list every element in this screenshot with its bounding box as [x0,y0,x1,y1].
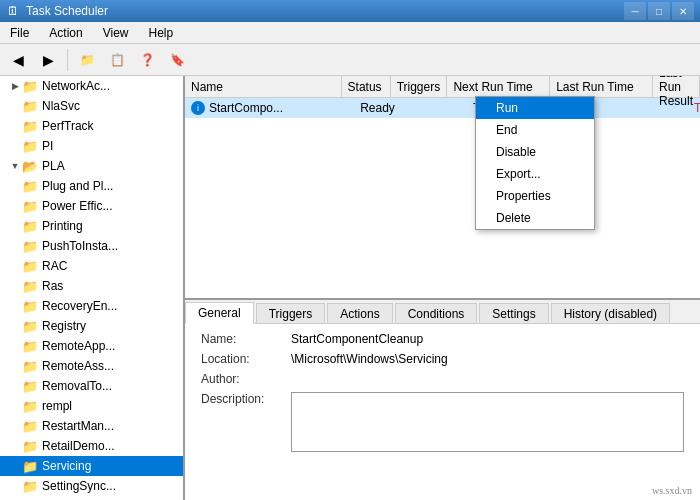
tree-item-printing[interactable]: 📁 Printing [0,216,183,236]
tree-label: Plug and Pl... [42,179,113,193]
expand-icon [8,419,22,433]
watermark: ws.sxd.vn [652,485,692,496]
toolbar-back[interactable]: ◀ [4,47,32,73]
task-row[interactable]: i StartCompo... Ready 7/2021 12:37:25 PM… [185,98,700,118]
folder-icon: 📁 [22,199,38,214]
menu-file[interactable]: File [0,24,39,42]
col-header-nextrun[interactable]: Next Run Time [447,76,550,97]
menu-help[interactable]: Help [139,24,184,42]
tab-general[interactable]: General [185,302,254,324]
tree-item-retaildemo[interactable]: 📁 RetailDemo... [0,436,183,456]
tree-item-power[interactable]: 📁 Power Effic... [0,196,183,216]
tree-item-plug[interactable]: 📁 Plug and Pl... [0,176,183,196]
tree-item-servicing[interactable]: 📁 Servicing [0,456,183,476]
toolbar-forward[interactable]: ▶ [34,47,62,73]
tree-item-pushtoinsta[interactable]: 📁 PushToInsta... [0,236,183,256]
title-bar: 🗓 Task Scheduler ─ □ ✕ [0,0,700,22]
tree-item-settingsync[interactable]: 📁 SettingSync... [0,476,183,496]
tab-history[interactable]: History (disabled) [551,303,670,323]
app-icon: 🗓 [6,4,20,18]
tree-label: RemoteAss... [42,359,114,373]
expand-icon [8,359,22,373]
toolbar: ◀ ▶ 📁 📋 ❓ 🔖 [0,44,700,76]
tree-item-removalto[interactable]: 📁 RemovalTo... [0,376,183,396]
detail-name-label: Name: [201,332,291,346]
menu-view[interactable]: View [93,24,139,42]
expand-icon [8,439,22,453]
expand-icon [8,459,22,473]
tree-label: PerfTrack [42,119,94,133]
folder-icon: 📁 [22,119,38,134]
task-cell-triggers [406,98,466,118]
col-header-lastrun[interactable]: Last Run Time [550,76,653,97]
tree-item-pi[interactable]: 📁 PI [0,136,183,156]
col-header-lastresult[interactable]: Last Run Result [653,76,700,97]
tree-item-restartman[interactable]: 📁 RestartMan... [0,416,183,436]
tab-triggers[interactable]: Triggers [256,303,326,323]
maximize-button[interactable]: □ [648,2,670,20]
tree-label: NlaSvc [42,99,80,113]
tab-actions[interactable]: Actions [327,303,392,323]
window-controls: ─ □ ✕ [624,2,694,20]
folder-icon: 📁 [22,99,38,114]
left-panel-tree: ▶ 📁 NetworkAc... 📁 NlaSvc 📁 PerfTrack 📁 … [0,76,185,500]
ctx-item-delete[interactable]: Delete [476,207,594,229]
folder-icon: 📁 [22,259,38,274]
close-button[interactable]: ✕ [672,2,694,20]
folder-icon: 📁 [22,219,38,234]
folder-icon: 📁 [22,359,38,374]
col-header-triggers[interactable]: Triggers [391,76,448,97]
tree-label: NetworkAc... [42,79,110,93]
tree-item-rempl[interactable]: 📁 rempl [0,396,183,416]
tab-settings[interactable]: Settings [479,303,548,323]
folder-icon: 📁 [22,139,38,154]
expand-icon [8,99,22,113]
menu-action[interactable]: Action [39,24,92,42]
tree-item-networkac[interactable]: ▶ 📁 NetworkAc... [0,76,183,96]
expand-icon: ▼ [8,159,22,173]
tree-label: SettingSync... [42,479,116,493]
ctx-item-end[interactable]: End [476,119,594,141]
tree-label: RemoteApp... [42,339,115,353]
tab-conditions[interactable]: Conditions [395,303,478,323]
toolbar-bookmark[interactable]: 🔖 [163,47,191,73]
tree-item-recoveryen[interactable]: 📁 RecoveryEn... [0,296,183,316]
ctx-item-run[interactable]: Run [476,97,594,119]
toolbar-open[interactable]: 📁 [73,47,101,73]
tree-label: Power Effic... [42,199,112,213]
tree-item-rac[interactable]: 📁 RAC [0,256,183,276]
detail-location-label: Location: [201,352,291,366]
tree-label: RemovalTo... [42,379,112,393]
task-status-icon: i [191,101,205,115]
tree-item-remoteapp[interactable]: 📁 RemoteApp... [0,336,183,356]
col-header-name[interactable]: Name [185,76,342,97]
detail-row-location: Location: \Microsoft\Windows\Servicing [201,352,684,366]
detail-description-box[interactable] [291,392,684,452]
ctx-item-properties[interactable]: Properties [476,185,594,207]
detail-author-label: Author: [201,372,291,386]
tree-item-perftrack[interactable]: 📁 PerfTrack [0,116,183,136]
tree-item-registry[interactable]: 📁 Registry [0,316,183,336]
expand-icon [8,379,22,393]
detail-tabs: General Triggers Actions Conditions Sett… [185,300,700,324]
tree-label: PLA [42,159,65,173]
tree-item-pla[interactable]: ▼ 📂 PLA [0,156,183,176]
tree-label: Registry [42,319,86,333]
ctx-item-disable[interactable]: Disable [476,141,594,163]
tree-label: Printing [42,219,83,233]
tree-item-remoteass[interactable]: 📁 RemoteAss... [0,356,183,376]
tree-item-setup[interactable]: ▼ 📂 Setup [0,496,183,500]
folder-icon: 📁 [22,279,38,294]
minimize-button[interactable]: ─ [624,2,646,20]
ctx-item-export[interactable]: Export... [476,163,594,185]
task-cell-status: Ready [354,98,406,118]
toolbar-help[interactable]: ❓ [133,47,161,73]
col-header-status[interactable]: Status [342,76,391,97]
tree-label: Servicing [42,459,91,473]
expand-icon [8,259,22,273]
folder-icon: 📁 [22,319,38,334]
tree-item-ras[interactable]: 📁 Ras [0,276,183,296]
task-cell-lastresult: The operation co... [688,98,700,118]
tree-item-nlasvc[interactable]: 📁 NlaSvc [0,96,183,116]
toolbar-task[interactable]: 📋 [103,47,131,73]
